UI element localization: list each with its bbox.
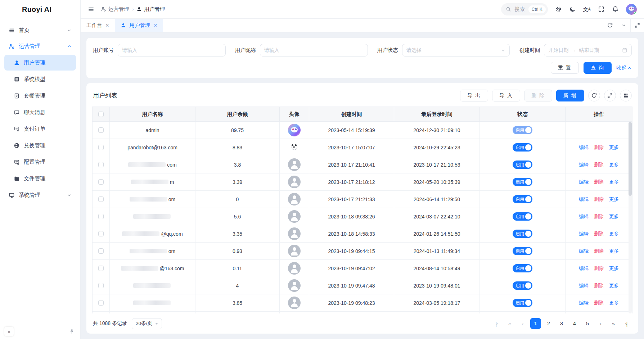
refresh-table-icon[interactable] bbox=[588, 90, 600, 101]
row-checkbox[interactable] bbox=[98, 214, 104, 219]
sidebar-item-exchange-management[interactable]: 兑换管理 bbox=[4, 137, 76, 153]
status-toggle[interactable]: 启用 bbox=[513, 230, 532, 238]
row-checkbox[interactable] bbox=[98, 300, 104, 306]
more-link[interactable]: 更多 bbox=[609, 213, 619, 220]
delete-link[interactable]: 删除 bbox=[594, 248, 604, 254]
row-checkbox[interactable] bbox=[98, 162, 104, 167]
page-button-2[interactable]: 2 bbox=[543, 318, 554, 329]
next-page-button[interactable]: › bbox=[595, 318, 606, 329]
language-icon[interactable]: 文A bbox=[583, 7, 591, 12]
more-link[interactable]: 更多 bbox=[609, 179, 619, 185]
refresh-tab-icon[interactable] bbox=[603, 19, 617, 32]
page-button-3[interactable]: 3 bbox=[556, 318, 567, 329]
more-link[interactable]: 更多 bbox=[609, 196, 619, 203]
close-icon[interactable]: ✕ bbox=[105, 23, 109, 28]
fullscreen-icon[interactable] bbox=[598, 6, 605, 13]
status-toggle[interactable]: 启用 bbox=[513, 264, 532, 272]
prev-page-button[interactable]: ‹ bbox=[517, 318, 528, 329]
pin-icon[interactable] bbox=[67, 327, 76, 336]
edit-link[interactable]: 编辑 bbox=[579, 144, 589, 151]
edit-link[interactable]: 编辑 bbox=[579, 248, 589, 254]
edit-link[interactable]: 编辑 bbox=[579, 213, 589, 220]
sidebar-item-config-management[interactable]: 配置管理 bbox=[4, 154, 76, 170]
more-link[interactable]: 更多 bbox=[609, 300, 619, 306]
import-button[interactable]: 导 入 bbox=[492, 90, 520, 101]
more-link[interactable]: 更多 bbox=[609, 144, 619, 151]
more-link[interactable]: 更多 bbox=[609, 162, 619, 168]
status-toggle[interactable]: 启用 bbox=[513, 299, 532, 307]
more-link[interactable]: 更多 bbox=[609, 282, 619, 289]
more-link[interactable]: 更多 bbox=[609, 265, 619, 272]
delete-link[interactable]: 删除 bbox=[594, 282, 604, 289]
delete-link[interactable]: 删除 bbox=[594, 300, 604, 306]
collapse-filter-link[interactable]: 收起 bbox=[616, 65, 632, 71]
delete-link[interactable]: 删除 bbox=[594, 265, 604, 272]
hamburger-menu-icon[interactable] bbox=[88, 6, 94, 13]
sidebar-item-system-management[interactable]: 系统管理 bbox=[4, 187, 76, 203]
row-checkbox[interactable] bbox=[98, 266, 104, 271]
table-scrollbar-thumb[interactable] bbox=[629, 122, 632, 196]
page-size-select[interactable]: 20条/页 bbox=[132, 318, 162, 329]
account-input[interactable]: 请输入 bbox=[118, 44, 226, 56]
edit-link[interactable]: 编辑 bbox=[579, 179, 589, 185]
sidebar-item-file-management[interactable]: 文件管理 bbox=[4, 171, 76, 186]
delete-link[interactable]: 删除 bbox=[594, 196, 604, 203]
collapse-sidebar-button[interactable]: « bbox=[4, 327, 14, 336]
search-button[interactable]: 查 询 bbox=[584, 62, 612, 74]
column-settings-icon[interactable] bbox=[620, 90, 632, 101]
page-button-5[interactable]: 5 bbox=[582, 318, 593, 329]
page-button-4[interactable]: 4 bbox=[569, 318, 580, 329]
edit-link[interactable]: 编辑 bbox=[579, 196, 589, 203]
sidebar-item-payment-orders[interactable]: 支付订单 bbox=[4, 121, 76, 137]
add-button[interactable]: 新 增 bbox=[556, 90, 584, 101]
delete-link[interactable]: 删除 bbox=[594, 179, 604, 185]
more-link[interactable]: 更多 bbox=[609, 231, 619, 237]
close-icon[interactable]: ✕ bbox=[153, 23, 157, 28]
row-checkbox[interactable] bbox=[98, 145, 104, 150]
status-toggle[interactable]: 启用 bbox=[513, 161, 532, 169]
sidebar-item-chat-messages[interactable]: 聊天消息 bbox=[4, 104, 76, 120]
notifications-bell-icon[interactable] bbox=[612, 6, 619, 13]
edit-link[interactable]: 编辑 bbox=[579, 265, 589, 272]
row-checkbox[interactable] bbox=[98, 248, 104, 254]
tab-user-management[interactable]: 用户管理 ✕ bbox=[115, 19, 163, 32]
edit-link[interactable]: 编辑 bbox=[579, 300, 589, 306]
status-toggle[interactable]: 启用 bbox=[513, 178, 532, 186]
delete-button[interactable]: 删 除 bbox=[524, 90, 552, 101]
date-range-picker[interactable]: 开始日期 → 结束日期 bbox=[544, 44, 632, 56]
row-checkbox[interactable] bbox=[98, 231, 104, 236]
status-toggle[interactable]: 启用 bbox=[513, 247, 532, 255]
fullscreen-table-icon[interactable] bbox=[604, 90, 616, 101]
edit-link[interactable]: 编辑 bbox=[579, 231, 589, 237]
sidebar-item-user-management[interactable]: 用户管理 bbox=[4, 55, 76, 71]
sidebar-item-package-management[interactable]: 套餐管理 bbox=[4, 88, 76, 104]
global-search[interactable]: 搜索 Ctrl K bbox=[501, 3, 548, 15]
delete-link[interactable]: 删除 bbox=[594, 144, 604, 151]
row-checkbox[interactable] bbox=[98, 283, 104, 288]
status-toggle[interactable]: 启用 bbox=[513, 281, 532, 290]
last-page-button[interactable]: ›| bbox=[621, 318, 632, 329]
status-toggle[interactable]: 启用 bbox=[513, 126, 532, 134]
delete-link[interactable]: 删除 bbox=[594, 213, 604, 220]
status-toggle[interactable]: 启用 bbox=[513, 143, 532, 152]
status-select[interactable]: 请选择 bbox=[402, 44, 510, 56]
maximize-content-icon[interactable] bbox=[630, 19, 644, 32]
row-checkbox[interactable] bbox=[98, 196, 104, 202]
sidebar-item-system-models[interactable]: 系统模型 bbox=[4, 71, 76, 87]
first-page-button[interactable]: |‹ bbox=[491, 318, 502, 329]
sidebar-item-operations[interactable]: 运营管理 bbox=[4, 38, 76, 54]
tab-options-chevron-icon[interactable] bbox=[617, 19, 630, 32]
jump-back-button[interactable]: « bbox=[504, 318, 515, 329]
user-avatar-button[interactable] bbox=[626, 4, 637, 15]
breadcrumb-parent[interactable]: 运营管理 bbox=[101, 6, 129, 13]
row-checkbox[interactable] bbox=[98, 179, 104, 185]
select-all-checkbox[interactable] bbox=[98, 112, 104, 117]
delete-link[interactable]: 删除 bbox=[594, 231, 604, 237]
brand[interactable]: Ruoyi AI bbox=[0, 0, 80, 19]
edit-link[interactable]: 编辑 bbox=[579, 282, 589, 289]
status-toggle[interactable]: 启用 bbox=[513, 195, 532, 203]
status-toggle[interactable]: 启用 bbox=[513, 212, 532, 221]
delete-link[interactable]: 删除 bbox=[594, 162, 604, 168]
sidebar-item-home[interactable]: 首页 bbox=[4, 22, 76, 38]
page-button-1[interactable]: 1 bbox=[530, 318, 541, 329]
